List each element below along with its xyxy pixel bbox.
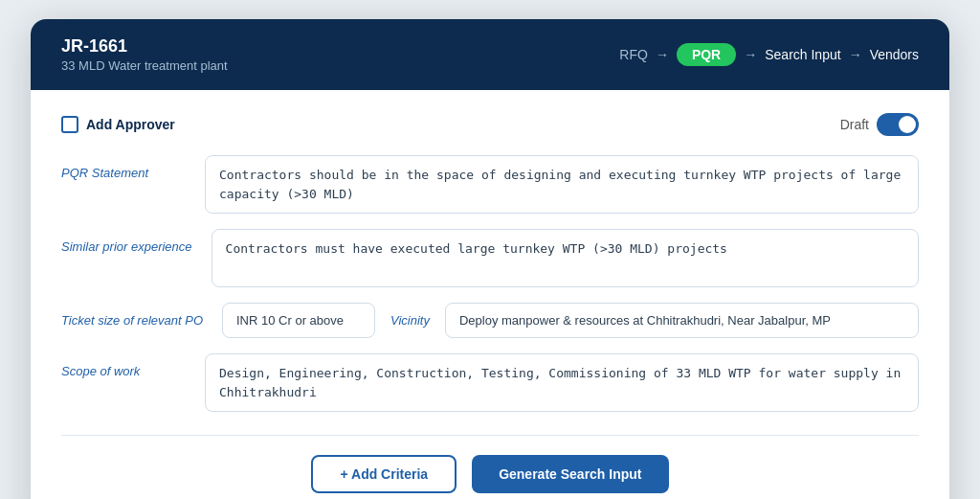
ticket-size-input[interactable] [222,303,375,338]
ticket-vicinity-row: Ticket size of relevant PO Vicinity [61,303,919,338]
breadcrumb-rfq[interactable]: RFQ [619,47,648,62]
scope-of-work-row: Scope of work [61,353,919,412]
ticket-size-label: Ticket size of relevant PO [61,303,203,329]
add-approver-button[interactable]: Add Approver [61,116,175,133]
similar-experience-row: Similar prior experience [61,229,919,287]
header-left: JR-1661 33 MLD Water treatment plant [61,36,228,73]
add-criteria-button[interactable]: + Add Criteria [311,455,457,493]
toggle-knob [899,116,916,133]
job-id: JR-1661 [61,36,228,57]
main-card: JR-1661 33 MLD Water treatment plant RFQ… [31,19,949,499]
approver-checkbox[interactable] [61,116,78,133]
generate-search-input-button[interactable]: Generate Search Input [472,455,668,493]
arrow-3: → [849,47,862,62]
pqr-statement-label: PQR Statement [61,155,186,182]
divider [61,435,919,436]
breadcrumb-pqr[interactable]: PQR [677,43,736,66]
arrow-1: → [656,47,669,62]
pqr-statement-input[interactable] [205,155,919,214]
body: Add Approver Draft PQR Statement Similar… [31,90,949,499]
toolbar: Add Approver Draft [61,113,919,136]
scope-of-work-label: Scope of work [61,353,186,380]
ticket-vicinity-inputs: Vicinity [222,303,919,338]
draft-label: Draft [840,117,869,132]
draft-toggle[interactable] [877,113,919,136]
similar-experience-input[interactable] [212,229,919,287]
add-approver-label: Add Approver [86,117,175,132]
header: JR-1661 33 MLD Water treatment plant RFQ… [31,19,949,90]
draft-toggle-container: Draft [840,113,919,136]
footer-buttons: + Add Criteria Generate Search Input [61,455,919,499]
similar-experience-label: Similar prior experience [61,229,192,256]
breadcrumb-search-input[interactable]: Search Input [765,47,840,62]
pqr-statement-row: PQR Statement [61,155,919,214]
vicinity-input[interactable] [445,303,919,338]
project-subtitle: 33 MLD Water treatment plant [61,58,228,73]
breadcrumb-vendors[interactable]: Vendors [870,47,919,62]
arrow-2: → [744,47,757,62]
breadcrumb: RFQ → PQR → Search Input → Vendors [619,43,919,66]
scope-of-work-input[interactable] [205,353,919,412]
vicinity-label: Vicinity [390,313,430,328]
form: PQR Statement Similar prior experience T… [61,155,919,412]
